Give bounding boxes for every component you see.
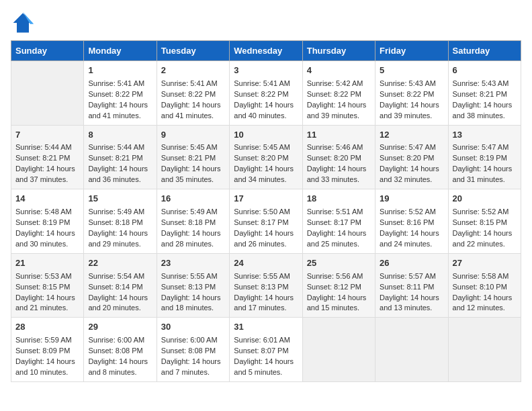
calendar-cell: 7Sunrise: 5:44 AMSunset: 8:21 PMDaylight…: [11, 125, 84, 189]
week-row: 1Sunrise: 5:41 AMSunset: 8:22 PMDaylight…: [11, 61, 521, 126]
day-info: Sunrise: 5:52 AM: [380, 207, 443, 218]
day-info: Sunrise: 5:46 AM: [307, 142, 371, 153]
day-number: 17: [234, 193, 298, 205]
calendar-cell: 13Sunrise: 5:47 AMSunset: 8:19 PMDayligh…: [448, 125, 521, 189]
day-info: and 32 minutes.: [380, 175, 443, 185]
column-header-sunday: Sunday: [11, 41, 84, 61]
day-info: Sunset: 8:21 PM: [161, 153, 225, 164]
week-row: 7Sunrise: 5:44 AMSunset: 8:21 PMDaylight…: [11, 125, 521, 189]
day-info: and 28 minutes.: [161, 239, 225, 250]
day-info: Daylight: 14 hours: [380, 228, 443, 239]
day-info: Daylight: 14 hours: [234, 228, 298, 239]
day-info: Sunset: 8:22 PM: [88, 89, 152, 100]
calendar-cell: 21Sunrise: 5:53 AMSunset: 8:15 PMDayligh…: [11, 253, 84, 318]
day-info: and 41 minutes.: [88, 111, 152, 122]
day-info: Sunrise: 5:58 AM: [453, 271, 517, 282]
day-info: Daylight: 14 hours: [234, 164, 298, 175]
calendar-cell: 3Sunrise: 5:41 AMSunset: 8:22 PMDaylight…: [230, 61, 302, 126]
day-info: Daylight: 14 hours: [88, 293, 152, 304]
day-info: Sunset: 8:21 PM: [15, 153, 79, 164]
day-info: Daylight: 14 hours: [307, 164, 371, 175]
day-number: 8: [88, 129, 152, 142]
day-info: Daylight: 14 hours: [15, 228, 79, 239]
calendar-header: SundayMondayTuesdayWednesdayThursdayFrid…: [11, 41, 521, 61]
calendar-cell: 8Sunrise: 5:44 AMSunset: 8:21 PMDaylight…: [84, 125, 157, 189]
day-info: Sunset: 8:20 PM: [307, 153, 371, 164]
day-info: Sunset: 8:11 PM: [380, 282, 443, 293]
calendar-cell: 11Sunrise: 5:46 AMSunset: 8:20 PMDayligh…: [302, 125, 375, 189]
day-number: 27: [453, 257, 517, 270]
day-info: Daylight: 14 hours: [453, 164, 517, 175]
day-info: Sunset: 8:17 PM: [234, 218, 298, 228]
day-info: Daylight: 14 hours: [234, 357, 298, 367]
day-number: 26: [380, 257, 443, 270]
day-info: Daylight: 14 hours: [15, 357, 79, 367]
day-info: and 26 minutes.: [234, 239, 298, 250]
day-info: Sunset: 8:19 PM: [453, 153, 517, 164]
day-info: Daylight: 14 hours: [234, 100, 298, 111]
day-info: Sunrise: 5:41 AM: [234, 79, 298, 89]
week-row: 28Sunrise: 5:59 AMSunset: 8:09 PMDayligh…: [11, 318, 521, 382]
day-number: 11: [307, 129, 371, 142]
day-info: Sunrise: 5:56 AM: [307, 271, 371, 282]
day-info: and 33 minutes.: [307, 175, 371, 185]
day-info: Sunrise: 6:00 AM: [88, 335, 152, 346]
calendar-cell: 28Sunrise: 5:59 AMSunset: 8:09 PMDayligh…: [11, 318, 84, 382]
day-info: and 30 minutes.: [15, 239, 79, 250]
day-info: and 41 minutes.: [161, 111, 225, 122]
calendar-cell: 26Sunrise: 5:57 AMSunset: 8:11 PMDayligh…: [375, 253, 448, 318]
calendar-cell: [302, 318, 375, 382]
calendar-cell: 25Sunrise: 5:56 AMSunset: 8:12 PMDayligh…: [302, 253, 375, 318]
day-info: Sunset: 8:17 PM: [307, 218, 371, 228]
day-info: Daylight: 14 hours: [161, 357, 225, 367]
day-info: and 15 minutes.: [307, 303, 371, 314]
day-info: Sunrise: 5:55 AM: [234, 271, 298, 282]
day-info: and 13 minutes.: [380, 303, 443, 314]
day-info: Sunrise: 5:47 AM: [380, 142, 443, 153]
day-info: Sunset: 8:18 PM: [88, 218, 152, 228]
day-info: Sunset: 8:09 PM: [15, 346, 79, 357]
day-number: 21: [15, 257, 79, 270]
day-info: and 22 minutes.: [453, 239, 517, 250]
day-info: and 34 minutes.: [234, 175, 298, 185]
calendar-cell: 14Sunrise: 5:48 AMSunset: 8:19 PMDayligh…: [11, 189, 84, 254]
day-info: Daylight: 14 hours: [234, 293, 298, 304]
day-number: 23: [161, 257, 225, 270]
day-info: Sunset: 8:08 PM: [161, 346, 225, 357]
day-info: Sunset: 8:22 PM: [234, 89, 298, 100]
day-info: Sunset: 8:10 PM: [453, 282, 517, 293]
calendar-cell: 22Sunrise: 5:54 AMSunset: 8:14 PMDayligh…: [84, 253, 157, 318]
day-info: Sunrise: 5:45 AM: [161, 142, 225, 153]
day-info: Sunrise: 5:45 AM: [234, 142, 298, 153]
day-info: Sunset: 8:15 PM: [15, 282, 79, 293]
day-info: and 29 minutes.: [88, 239, 152, 250]
day-number: 15: [88, 193, 152, 205]
day-number: 31: [234, 321, 298, 334]
day-info: Sunrise: 5:52 AM: [453, 207, 517, 218]
calendar-cell: 2Sunrise: 5:41 AMSunset: 8:22 PMDaylight…: [157, 61, 229, 126]
day-info: Sunrise: 5:54 AM: [88, 271, 152, 282]
day-info: Daylight: 14 hours: [161, 100, 225, 111]
calendar-cell: 18Sunrise: 5:51 AMSunset: 8:17 PMDayligh…: [302, 189, 375, 254]
day-info: and 25 minutes.: [307, 239, 371, 250]
week-row: 21Sunrise: 5:53 AMSunset: 8:15 PMDayligh…: [11, 253, 521, 318]
day-info: and 39 minutes.: [307, 111, 371, 122]
day-info: and 7 minutes.: [161, 367, 225, 378]
day-number: 4: [307, 64, 371, 77]
day-info: Daylight: 14 hours: [380, 164, 443, 175]
day-info: Daylight: 14 hours: [88, 228, 152, 239]
day-info: Sunrise: 5:47 AM: [453, 142, 517, 153]
column-header-monday: Monday: [84, 41, 157, 61]
calendar-cell: 12Sunrise: 5:47 AMSunset: 8:20 PMDayligh…: [375, 125, 448, 189]
day-info: Sunset: 8:22 PM: [161, 89, 225, 100]
day-number: 16: [161, 193, 225, 205]
day-info: and 17 minutes.: [234, 303, 298, 314]
day-info: and 10 minutes.: [15, 367, 79, 378]
day-info: Sunrise: 6:01 AM: [234, 335, 298, 346]
day-number: 24: [234, 257, 298, 270]
calendar-cell: 29Sunrise: 6:00 AMSunset: 8:08 PMDayligh…: [84, 318, 157, 382]
calendar-cell: 5Sunrise: 5:43 AMSunset: 8:22 PMDaylight…: [375, 61, 448, 126]
day-info: Daylight: 14 hours: [307, 228, 371, 239]
calendar-cell: 10Sunrise: 5:45 AMSunset: 8:20 PMDayligh…: [230, 125, 302, 189]
calendar-cell: 24Sunrise: 5:55 AMSunset: 8:13 PMDayligh…: [230, 253, 302, 318]
